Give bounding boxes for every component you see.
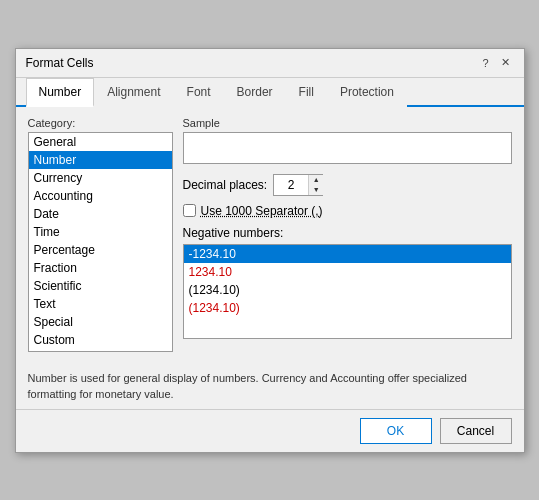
neg-item[interactable]: 1234.10: [184, 263, 511, 281]
tab-border[interactable]: Border: [224, 78, 286, 107]
tab-strip: Number Alignment Font Border Fill Protec…: [16, 78, 524, 107]
two-column-layout: Category: General Number Currency Accoun…: [28, 117, 512, 352]
neg-item[interactable]: (1234.10): [184, 281, 511, 299]
dialog-title: Format Cells: [26, 56, 94, 70]
decimal-label: Decimal places:: [183, 178, 268, 192]
thousand-separator-row: Use 1000 Separator (,): [183, 204, 512, 218]
category-list-wrap: General Number Currency Accounting Date …: [28, 132, 173, 352]
cancel-button[interactable]: Cancel: [440, 418, 512, 444]
neg-item[interactable]: -1234.10: [184, 245, 511, 263]
tab-fill[interactable]: Fill: [286, 78, 327, 107]
ok-button[interactable]: OK: [360, 418, 432, 444]
sample-label: Sample: [183, 117, 512, 129]
negative-numbers-label: Negative numbers:: [183, 226, 512, 240]
neg-item[interactable]: (1234.10): [184, 299, 511, 317]
list-item[interactable]: Accounting: [29, 187, 172, 205]
decimal-input[interactable]: [274, 176, 308, 194]
description-text: Number is used for general display of nu…: [28, 372, 467, 401]
category-listbox[interactable]: General Number Currency Accounting Date …: [28, 132, 173, 352]
decimal-decrement[interactable]: ▼: [309, 185, 323, 195]
list-item[interactable]: General: [29, 133, 172, 151]
tab-alignment[interactable]: Alignment: [94, 78, 173, 107]
title-bar-controls: ? ✕: [478, 55, 514, 71]
list-item[interactable]: Time: [29, 223, 172, 241]
close-button[interactable]: ✕: [498, 55, 514, 71]
list-item[interactable]: Special: [29, 313, 172, 331]
decimal-spinner: ▲ ▼: [308, 175, 323, 195]
list-item[interactable]: Custom: [29, 331, 172, 349]
sample-box: [183, 132, 512, 164]
negative-numbers-listbox[interactable]: -1234.10 1234.10 (1234.10) (1234.10): [183, 244, 512, 339]
list-item[interactable]: Number: [29, 151, 172, 169]
thousand-separator-label[interactable]: Use 1000 Separator (,): [201, 204, 323, 218]
category-label: Category:: [28, 117, 173, 129]
list-item[interactable]: Currency: [29, 169, 172, 187]
title-bar: Format Cells ? ✕: [16, 49, 524, 78]
decimal-increment[interactable]: ▲: [309, 175, 323, 185]
list-item[interactable]: Text: [29, 295, 172, 313]
description-section: Number is used for general display of nu…: [16, 362, 524, 409]
negative-numbers-wrap: -1234.10 1234.10 (1234.10) (1234.10): [183, 244, 512, 339]
list-item[interactable]: Percentage: [29, 241, 172, 259]
tab-protection[interactable]: Protection: [327, 78, 407, 107]
list-item[interactable]: Date: [29, 205, 172, 223]
options-column: Sample Decimal places: ▲ ▼: [183, 117, 512, 352]
help-button[interactable]: ?: [478, 55, 494, 71]
list-item[interactable]: Fraction: [29, 259, 172, 277]
sample-section: Sample: [183, 117, 512, 164]
format-cells-dialog: Format Cells ? ✕ Number Alignment Font B…: [15, 48, 525, 453]
decimal-row: Decimal places: ▲ ▼: [183, 174, 512, 196]
decimal-input-wrap: ▲ ▼: [273, 174, 323, 196]
tab-number[interactable]: Number: [26, 78, 95, 107]
category-column: Category: General Number Currency Accoun…: [28, 117, 173, 352]
negative-numbers-section: Negative numbers: -1234.10 1234.10 (1234…: [183, 226, 512, 339]
thousand-separator-checkbox[interactable]: [183, 204, 196, 217]
list-item[interactable]: Scientific: [29, 277, 172, 295]
main-body: Category: General Number Currency Accoun…: [16, 107, 524, 362]
tab-font[interactable]: Font: [174, 78, 224, 107]
dialog-footer: OK Cancel: [16, 409, 524, 452]
